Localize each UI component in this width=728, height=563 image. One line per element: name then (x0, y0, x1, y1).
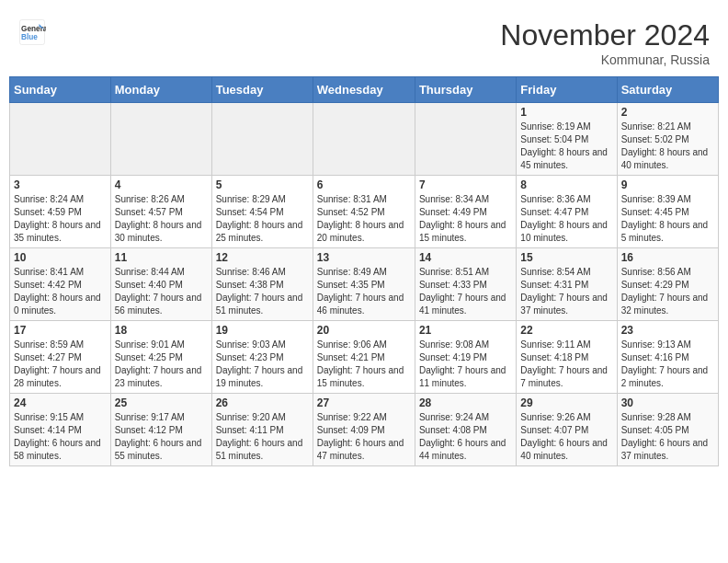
day-info-line: Sunset: 4:05 PM (621, 424, 714, 437)
title-area: November 2024 Kommunar, Russia (500, 18, 710, 67)
location: Kommunar, Russia (500, 52, 710, 67)
day-info-line: Sunrise: 8:56 AM (621, 266, 714, 279)
day-info-line: Sunset: 4:57 PM (115, 206, 208, 219)
calendar-cell: 11Sunrise: 8:44 AMSunset: 4:40 PMDayligh… (110, 248, 211, 321)
day-info-line: Daylight: 7 hours and 37 minutes. (520, 292, 612, 317)
day-number: 13 (317, 251, 411, 264)
day-info-line: Sunrise: 9:03 AM (216, 339, 309, 351)
day-info-line: Sunrise: 8:29 AM (216, 193, 309, 206)
day-info-line: Daylight: 7 hours and 19 minutes. (216, 364, 309, 390)
day-number: 18 (115, 324, 208, 337)
day-number: 17 (14, 324, 107, 337)
day-info-line: Sunset: 4:18 PM (520, 351, 612, 364)
calendar-week-5: 24Sunrise: 9:15 AMSunset: 4:14 PMDayligh… (10, 394, 719, 466)
day-number: 29 (520, 396, 612, 409)
calendar-cell: 18Sunrise: 9:01 AMSunset: 4:25 PMDayligh… (110, 321, 211, 394)
day-info-line: Daylight: 8 hours and 0 minutes. (14, 292, 107, 317)
calendar-cell: 6Sunrise: 8:31 AMSunset: 4:52 PMDaylight… (313, 176, 415, 248)
day-number: 5 (216, 178, 309, 191)
day-info: Sunrise: 8:44 AMSunset: 4:40 PMDaylight:… (115, 266, 208, 317)
day-info-line: Sunrise: 8:19 AM (520, 121, 612, 133)
weekday-header-sunday: Sunday (10, 77, 111, 103)
day-info-line: Sunset: 4:54 PM (216, 206, 309, 219)
calendar-cell: 30Sunrise: 9:28 AMSunset: 4:05 PMDayligh… (617, 394, 718, 466)
day-info: Sunrise: 8:41 AMSunset: 4:42 PMDaylight:… (14, 266, 107, 317)
day-info-line: Sunrise: 9:01 AM (115, 339, 208, 351)
day-info-line: Sunrise: 8:26 AM (115, 193, 208, 206)
day-info-line: Sunset: 4:09 PM (317, 424, 411, 437)
weekday-header-thursday: Thursday (415, 77, 516, 103)
day-number: 4 (115, 178, 208, 191)
day-info-line: Daylight: 6 hours and 51 minutes. (216, 437, 309, 463)
day-number: 30 (621, 396, 714, 409)
day-info: Sunrise: 8:26 AMSunset: 4:57 PMDaylight:… (115, 193, 208, 245)
day-info: Sunrise: 8:34 AMSunset: 4:49 PMDaylight:… (419, 193, 512, 245)
day-info-line: Daylight: 8 hours and 20 minutes. (317, 219, 411, 245)
calendar-cell: 1Sunrise: 8:19 AMSunset: 5:04 PMDaylight… (517, 103, 617, 176)
day-info-line: Sunrise: 9:20 AM (216, 411, 309, 424)
day-info-line: Daylight: 7 hours and 46 minutes. (317, 292, 411, 317)
day-info-line: Sunset: 4:59 PM (14, 206, 107, 219)
day-info-line: Sunset: 4:31 PM (520, 279, 612, 292)
day-number: 15 (520, 251, 612, 264)
day-info-line: Sunset: 4:25 PM (115, 351, 208, 364)
day-number: 21 (419, 324, 512, 337)
day-info-line: Sunset: 4:12 PM (115, 424, 208, 437)
day-info-line: Sunrise: 9:13 AM (621, 339, 714, 351)
day-info-line: Sunset: 4:27 PM (14, 351, 107, 364)
calendar-week-4: 17Sunrise: 8:59 AMSunset: 4:27 PMDayligh… (10, 321, 719, 394)
day-info: Sunrise: 9:22 AMSunset: 4:09 PMDaylight:… (317, 411, 411, 463)
day-info-line: Sunrise: 9:28 AM (621, 411, 714, 424)
month-title: November 2024 (500, 18, 710, 52)
day-info-line: Sunset: 4:40 PM (115, 279, 208, 292)
day-number: 28 (419, 396, 512, 409)
calendar-cell: 10Sunrise: 8:41 AMSunset: 4:42 PMDayligh… (10, 248, 111, 321)
day-info-line: Daylight: 7 hours and 32 minutes. (621, 292, 714, 317)
calendar-cell (10, 103, 111, 176)
day-info-line: Sunset: 4:14 PM (14, 424, 107, 437)
weekday-header-friday: Friday (517, 77, 617, 103)
day-info: Sunrise: 9:24 AMSunset: 4:08 PMDaylight:… (419, 411, 512, 463)
day-info-line: Sunrise: 9:24 AM (419, 411, 512, 424)
day-info-line: Daylight: 8 hours and 10 minutes. (520, 219, 612, 245)
day-info-line: Daylight: 6 hours and 40 minutes. (520, 437, 612, 463)
day-info: Sunrise: 9:11 AMSunset: 4:18 PMDaylight:… (520, 339, 612, 390)
day-info-line: Sunset: 4:42 PM (14, 279, 107, 292)
day-info-line: Sunrise: 9:17 AM (115, 411, 208, 424)
day-number: 6 (317, 178, 411, 191)
calendar-cell: 23Sunrise: 9:13 AMSunset: 4:16 PMDayligh… (617, 321, 718, 394)
calendar-cell: 3Sunrise: 8:24 AMSunset: 4:59 PMDaylight… (10, 176, 111, 248)
day-info-line: Daylight: 8 hours and 30 minutes. (115, 219, 208, 245)
day-info: Sunrise: 8:31 AMSunset: 4:52 PMDaylight:… (317, 193, 411, 245)
day-info-line: Sunrise: 8:21 AM (621, 121, 714, 133)
day-info: Sunrise: 8:21 AMSunset: 5:02 PMDaylight:… (621, 121, 714, 172)
day-info: Sunrise: 9:03 AMSunset: 4:23 PMDaylight:… (216, 339, 309, 390)
day-info-line: Sunrise: 8:59 AM (14, 339, 107, 351)
day-info-line: Sunset: 4:21 PM (317, 351, 411, 364)
day-info-line: Sunrise: 8:54 AM (520, 266, 612, 279)
day-number: 16 (621, 251, 714, 264)
day-info-line: Sunrise: 8:36 AM (520, 193, 612, 206)
calendar-cell: 13Sunrise: 8:49 AMSunset: 4:35 PMDayligh… (313, 248, 415, 321)
calendar-week-1: 1Sunrise: 8:19 AMSunset: 5:04 PMDaylight… (10, 103, 719, 176)
calendar-cell: 25Sunrise: 9:17 AMSunset: 4:12 PMDayligh… (110, 394, 211, 466)
day-info-line: Daylight: 7 hours and 7 minutes. (520, 364, 612, 390)
weekday-header-saturday: Saturday (617, 77, 718, 103)
day-number: 14 (419, 251, 512, 264)
calendar-week-3: 10Sunrise: 8:41 AMSunset: 4:42 PMDayligh… (10, 248, 719, 321)
day-info-line: Sunset: 4:16 PM (621, 351, 714, 364)
day-number: 8 (520, 178, 612, 191)
day-info-line: Sunset: 5:02 PM (621, 133, 714, 146)
logo: General Blue (18, 18, 46, 46)
day-info-line: Daylight: 8 hours and 40 minutes. (621, 146, 714, 172)
day-info: Sunrise: 8:56 AMSunset: 4:29 PMDaylight:… (621, 266, 714, 317)
svg-text:Blue: Blue (21, 33, 38, 41)
day-number: 1 (520, 106, 612, 119)
calendar-cell: 20Sunrise: 9:06 AMSunset: 4:21 PMDayligh… (313, 321, 415, 394)
day-number: 10 (14, 251, 107, 264)
day-info-line: Sunset: 4:49 PM (419, 206, 512, 219)
day-info-line: Sunset: 4:35 PM (317, 279, 411, 292)
day-number: 24 (14, 396, 107, 409)
day-info-line: Sunrise: 8:34 AM (419, 193, 512, 206)
day-info-line: Sunset: 4:45 PM (621, 206, 714, 219)
